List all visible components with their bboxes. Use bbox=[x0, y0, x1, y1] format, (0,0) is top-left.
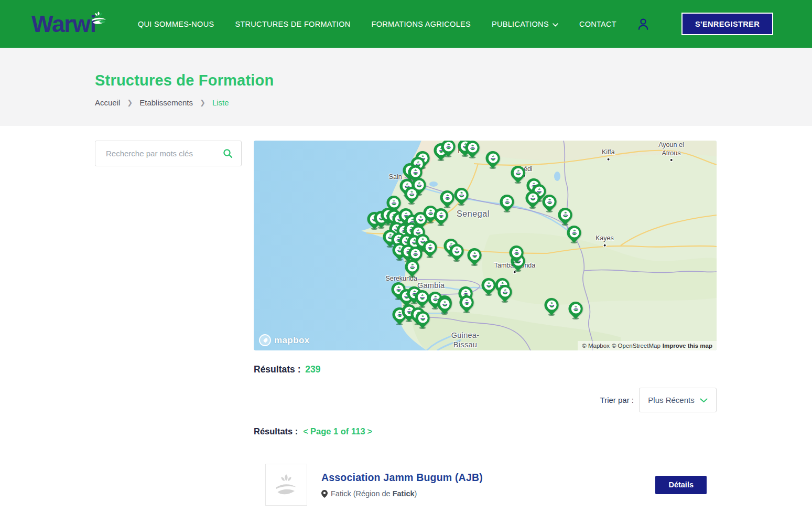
sort-row: Trier par : Plus Récents bbox=[254, 388, 717, 412]
item-location-region: Fatick bbox=[393, 489, 415, 498]
attrib-osm-link[interactable]: © OpenStreetMap bbox=[612, 343, 661, 349]
logo-text: Warwi bbox=[31, 11, 96, 37]
site-header: Warwi QUI SOMMES-NOUS STRUCTURES DE FORM… bbox=[0, 0, 812, 48]
sort-dropdown[interactable]: Plus Récents bbox=[639, 388, 717, 412]
mapbox-logo[interactable]: mapbox bbox=[259, 334, 310, 346]
map-pin[interactable] bbox=[500, 195, 514, 212]
map-pin[interactable] bbox=[567, 226, 581, 243]
map-pin[interactable] bbox=[454, 188, 468, 206]
map-pin[interactable] bbox=[544, 298, 558, 316]
details-button[interactable]: Détails bbox=[655, 476, 707, 494]
map-pin[interactable] bbox=[441, 141, 455, 157]
nav-publications[interactable]: PUBLICATIONS bbox=[492, 20, 558, 28]
map-pin[interactable] bbox=[509, 246, 523, 263]
breadcrumb-accueil[interactable]: Accueil bbox=[95, 98, 120, 107]
map-pin[interactable] bbox=[434, 208, 448, 226]
page-title: Structures de Formation bbox=[95, 72, 812, 89]
pagination-status: Page 1 of 113 bbox=[310, 426, 365, 436]
map-pin[interactable] bbox=[416, 311, 430, 329]
nav-structures-de-formation[interactable]: STRUCTURES DE FORMATION bbox=[235, 20, 350, 28]
search-icon[interactable] bbox=[223, 148, 233, 158]
map-attribution: © Mapbox © OpenStreetMap Improve this ma… bbox=[578, 341, 717, 350]
breadcrumb-separator-icon: ❯ bbox=[127, 99, 133, 106]
page-head: Structures de Formation Accueil ❯ Etabli… bbox=[0, 48, 812, 126]
mapbox-wordmark: mapbox bbox=[274, 335, 310, 346]
map-pin[interactable] bbox=[437, 297, 451, 315]
pagination-prev[interactable]: < bbox=[303, 426, 308, 436]
nav-qui-sommes-nous[interactable]: QUI SOMMES-NOUS bbox=[138, 20, 214, 28]
user-account-icon[interactable] bbox=[636, 17, 650, 31]
nav-contact[interactable]: CONTACT bbox=[579, 20, 616, 28]
pagination-line: Résultats : <Page 1 of 113> bbox=[254, 426, 717, 436]
results-label: Résultats : bbox=[254, 364, 300, 375]
chevron-down-icon bbox=[700, 396, 708, 404]
item-location: Fatick (Région de Fatick) bbox=[321, 489, 483, 498]
breadcrumb: Accueil ❯ Etablissements ❯ Liste bbox=[95, 98, 812, 107]
item-info: Association Jamm Bugum (AJB) Fatick (Rég… bbox=[321, 472, 483, 498]
map-pin[interactable] bbox=[449, 244, 463, 262]
map-pin[interactable] bbox=[440, 190, 454, 208]
pagination-next[interactable]: > bbox=[367, 426, 373, 436]
search-input[interactable] bbox=[106, 149, 223, 158]
attrib-mapbox-link[interactable]: © Mapbox bbox=[582, 343, 610, 349]
map-pin[interactable] bbox=[485, 151, 500, 169]
map[interactable]: SainRKaédiKiffaAyoun el AtrousKayesTamba… bbox=[254, 141, 717, 350]
sort-dropdown-value: Plus Récents bbox=[648, 396, 694, 404]
results-column: SainRKaédiKiffaAyoun el AtrousKayesTamba… bbox=[254, 141, 717, 506]
map-pin[interactable] bbox=[543, 195, 557, 212]
map-pin[interactable] bbox=[415, 290, 429, 308]
map-pin[interactable] bbox=[481, 278, 495, 296]
chevron-down-icon bbox=[553, 20, 558, 28]
map-pin[interactable] bbox=[423, 240, 437, 258]
attrib-improve-link[interactable]: Improve this map bbox=[663, 343, 712, 349]
results-count-line: Résultats : 239 bbox=[254, 364, 717, 375]
map-pin[interactable] bbox=[460, 295, 474, 313]
map-pin[interactable] bbox=[468, 248, 482, 266]
map-pins-layer bbox=[254, 141, 717, 350]
breadcrumb-liste: Liste bbox=[212, 98, 229, 107]
logo-leaf-icon bbox=[90, 6, 107, 29]
search-box bbox=[95, 141, 242, 166]
item-location-suffix: ) bbox=[415, 489, 417, 498]
map-pin[interactable] bbox=[568, 302, 582, 319]
map-pin[interactable] bbox=[405, 260, 419, 278]
logo[interactable]: Warwi bbox=[31, 13, 103, 36]
plant-placeholder-icon bbox=[273, 471, 300, 498]
map-pin[interactable] bbox=[465, 141, 479, 158]
register-button[interactable]: S'ENREGISTRER bbox=[681, 13, 773, 35]
breadcrumb-separator-icon: ❯ bbox=[200, 99, 205, 106]
results-count: 239 bbox=[305, 364, 320, 375]
location-pin-icon bbox=[321, 490, 328, 498]
item-location-prefix: Fatick (Région de bbox=[331, 489, 393, 498]
main-nav: QUI SOMMES-NOUS STRUCTURES DE FORMATION … bbox=[138, 20, 616, 28]
breadcrumb-etablissements[interactable]: Etablissements bbox=[139, 98, 193, 107]
map-pin[interactable] bbox=[497, 285, 512, 303]
map-pin[interactable] bbox=[511, 166, 525, 184]
item-title-link[interactable]: Association Jamm Bugum (AJB) bbox=[321, 472, 483, 484]
sort-label: Trier par : bbox=[600, 396, 634, 404]
pagination-label: Résultats : bbox=[254, 426, 298, 436]
list-item: Association Jamm Bugum (AJB) Fatick (Rég… bbox=[254, 464, 717, 506]
map-pin[interactable] bbox=[405, 187, 419, 205]
main-content: SainRKaédiKiffaAyoun el AtrousKayesTamba… bbox=[0, 126, 812, 506]
filters-column bbox=[95, 141, 242, 166]
item-logo-placeholder bbox=[265, 464, 307, 506]
nav-formations-agricoles[interactable]: FORMATIONS AGRICOLES bbox=[372, 20, 471, 28]
map-pin[interactable] bbox=[558, 208, 572, 226]
map-pin[interactable] bbox=[525, 191, 539, 209]
